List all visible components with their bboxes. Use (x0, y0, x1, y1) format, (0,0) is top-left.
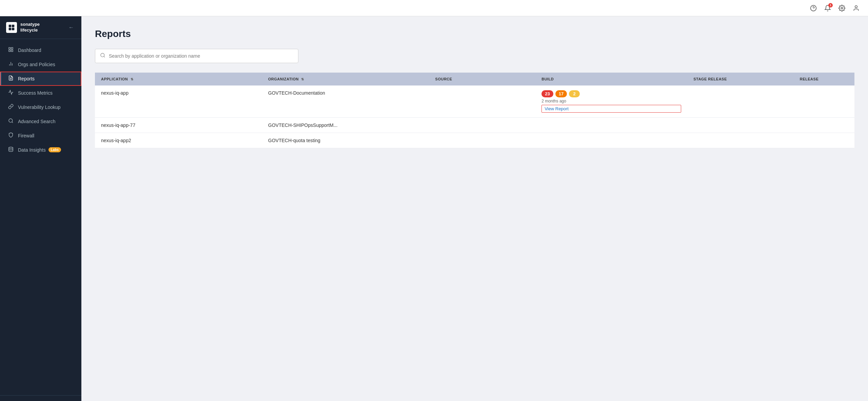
logo-text: sonatype lifecycle (20, 22, 40, 33)
notification-icon[interactable]: 1 (824, 4, 831, 12)
svg-point-20 (101, 53, 104, 57)
dashboard-icon (8, 47, 14, 54)
svg-rect-7 (12, 28, 15, 31)
search-bar[interactable] (95, 49, 298, 63)
sort-icon-organization: ⇅ (301, 77, 304, 81)
sidebar-item-label: Vulnerability Lookup (18, 104, 61, 110)
cell-stage-release (687, 133, 794, 148)
advanced-search-icon (8, 118, 14, 125)
cell-application: nexus-iq-app (95, 85, 262, 118)
svg-rect-10 (9, 50, 11, 52)
table-header: APPLICATION ⇅ ORGANIZATION ⇅ SOURCE BUIL… (95, 73, 854, 85)
svg-point-3 (855, 5, 857, 8)
sidebar-item-dashboard[interactable]: Dashboard (0, 43, 81, 57)
cell-application: nexus-iq-app2 (95, 133, 262, 148)
build-badges: 23 17 2 (541, 90, 681, 97)
cell-source (429, 118, 536, 133)
svg-point-2 (841, 7, 843, 9)
sidebar-item-label: Firewall (18, 133, 34, 138)
logo-area: sonatype lifecycle (6, 22, 40, 33)
cell-build (535, 133, 687, 148)
svg-rect-11 (11, 50, 13, 52)
logo-icon (6, 22, 17, 33)
search-icon (100, 53, 105, 59)
sidebar-item-success-metrics[interactable]: Success Metrics (0, 86, 81, 100)
sidebar-item-vulnerability-lookup[interactable]: Vulnerability Lookup (0, 100, 81, 114)
sidebar-item-label: Data Insights (18, 147, 46, 153)
cell-stage-release (687, 85, 794, 118)
badge-severe: 17 (555, 90, 567, 97)
svg-point-17 (9, 119, 13, 122)
table-body: nexus-iq-app GOVTECH-Documentation 23 17… (95, 85, 854, 148)
svg-point-19 (9, 147, 13, 148)
search-input[interactable] (109, 53, 293, 59)
success-metrics-icon (8, 90, 14, 96)
col-release: RELEASE (794, 73, 854, 85)
sort-icon-application: ⇅ (131, 77, 134, 81)
table-row: nexus-iq-app-77 GOVTECH-SHIPOpsSupportM.… (95, 118, 854, 133)
svg-rect-8 (9, 47, 11, 49)
svg-line-18 (12, 122, 13, 123)
svg-rect-6 (9, 28, 12, 31)
sidebar-collapse-button[interactable]: ← (67, 23, 75, 32)
table-row: nexus-iq-app2 GOVTECH-quota testing (95, 133, 854, 148)
top-bar: 1 (0, 0, 868, 16)
page-title: Reports (95, 28, 854, 39)
badge-moderate: 2 (569, 90, 580, 97)
svg-rect-9 (11, 47, 13, 49)
help-icon[interactable] (810, 4, 817, 12)
labs-badge: Labs (48, 147, 61, 152)
sidebar-item-advanced-search[interactable]: Advanced Search (0, 114, 81, 129)
sidebar-item-label: Orgs and Policies (18, 62, 55, 67)
data-insights-label-area: Data Insights Labs (18, 147, 61, 153)
svg-rect-4 (9, 25, 12, 27)
cell-stage-release (687, 118, 794, 133)
col-stage-release: STAGE RELEASE (687, 73, 794, 85)
col-application[interactable]: APPLICATION ⇅ (95, 73, 262, 85)
cell-build (535, 118, 687, 133)
sidebar-item-reports[interactable]: Reports (0, 72, 81, 86)
cell-build: 23 17 2 2 months ago View Report (535, 85, 687, 118)
settings-icon[interactable] (838, 4, 846, 12)
table-row: nexus-iq-app GOVTECH-Documentation 23 17… (95, 85, 854, 118)
sidebar-item-orgs-policies[interactable]: Orgs and Policies (0, 57, 81, 72)
account-icon[interactable] (852, 4, 860, 12)
cell-application: nexus-iq-app-77 (95, 118, 262, 133)
view-report-link[interactable]: View Report (541, 105, 681, 113)
sidebar-item-firewall[interactable]: Firewall (0, 129, 81, 143)
reports-table: APPLICATION ⇅ ORGANIZATION ⇅ SOURCE BUIL… (95, 73, 854, 148)
cell-organization: GOVTECH-quota testing (262, 133, 429, 148)
vulnerability-icon (8, 104, 14, 111)
col-source: SOURCE (429, 73, 536, 85)
cell-release (794, 133, 854, 148)
cell-organization: GOVTECH-Documentation (262, 85, 429, 118)
main-content: Reports APPLICATION ⇅ ORGANIZATION ⇅ (81, 16, 868, 401)
sidebar-footer: Release 162 Powered by Sonatype IQ Serve… (0, 395, 81, 401)
cell-release (794, 118, 854, 133)
sidebar-nav: Dashboard Orgs and Policies Reports Succ… (0, 39, 81, 395)
sidebar-logo: sonatype lifecycle ← (0, 16, 81, 39)
svg-line-21 (104, 56, 105, 57)
cell-organization: GOVTECH-SHIPOpsSupportM... (262, 118, 429, 133)
reports-icon (8, 75, 14, 82)
sidebar: sonatype lifecycle ← Dashboard Orgs and … (0, 16, 81, 401)
data-insights-icon (8, 147, 14, 153)
svg-rect-5 (12, 25, 15, 27)
app-container: sonatype lifecycle ← Dashboard Orgs and … (0, 16, 868, 401)
badge-critical: 23 (541, 90, 553, 97)
cell-source (429, 133, 536, 148)
build-cell: 23 17 2 2 months ago View Report (541, 90, 681, 113)
build-time: 2 months ago (541, 99, 681, 103)
notification-count: 1 (828, 3, 833, 7)
cell-release (794, 85, 854, 118)
sidebar-item-label: Reports (18, 76, 35, 81)
col-organization[interactable]: ORGANIZATION ⇅ (262, 73, 429, 85)
firewall-icon (8, 132, 14, 139)
sidebar-item-data-insights[interactable]: Data Insights Labs (0, 143, 81, 157)
col-build: BUILD (535, 73, 687, 85)
cell-source (429, 85, 536, 118)
sidebar-item-label: Dashboard (18, 47, 41, 53)
sidebar-item-label: Advanced Search (18, 119, 56, 124)
orgs-policies-icon (8, 61, 14, 68)
sidebar-item-label: Success Metrics (18, 90, 53, 96)
